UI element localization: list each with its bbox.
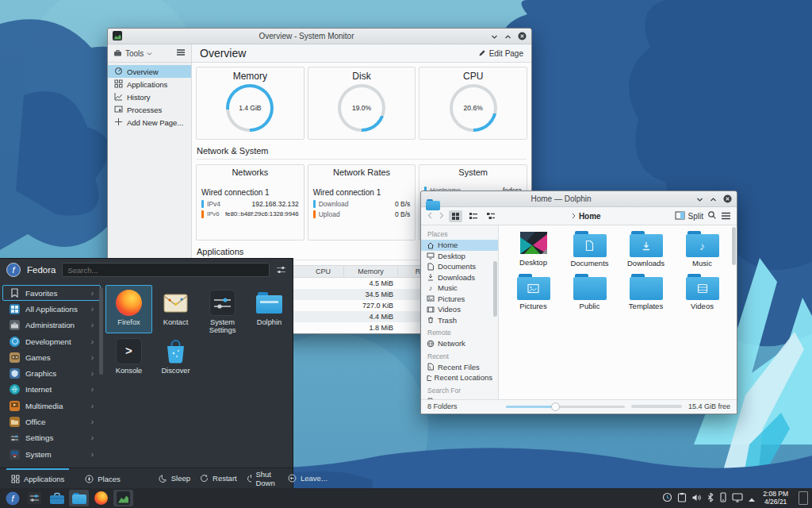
remote-header: Remote <box>421 325 498 338</box>
configure-icon[interactable] <box>276 265 286 275</box>
app-system-settings[interactable]: System Settings <box>199 285 246 333</box>
clipboard-icon[interactable] <box>677 491 687 506</box>
maximize-icon[interactable] <box>710 192 717 206</box>
back-icon[interactable] <box>427 211 434 221</box>
pinned-system-settings[interactable] <box>25 490 44 506</box>
place-pictures[interactable]: Pictures <box>421 294 498 305</box>
app-discover[interactable]: Discover <box>152 333 199 382</box>
system-monitor-titlebar[interactable]: Overview - System Monitor <box>108 29 531 44</box>
launcher-button[interactable]: f <box>2 490 22 506</box>
compact-view-button[interactable] <box>466 210 480 222</box>
hamburger-menu-icon[interactable] <box>176 48 186 58</box>
category-office[interactable]: Office› <box>2 414 101 429</box>
place-network[interactable]: Network <box>421 338 498 349</box>
task-dolphin[interactable] <box>69 490 89 506</box>
processes-icon <box>114 105 123 115</box>
folder-music[interactable]: ♪ Music <box>674 231 730 267</box>
details-view-button[interactable] <box>484 210 497 222</box>
place-recent-locations[interactable]: Recent Locations <box>421 372 498 383</box>
breadcrumb[interactable]: Home <box>501 212 671 221</box>
chart-line-icon <box>114 92 123 102</box>
forward-icon[interactable] <box>438 211 445 221</box>
home-icon <box>427 241 435 249</box>
category-multimedia[interactable]: Multimedia› <box>2 398 101 414</box>
category-system[interactable]: System› <box>2 446 101 462</box>
pinned-toolbox[interactable] <box>47 490 67 506</box>
show-desktop-button[interactable] <box>799 491 808 505</box>
category-internet[interactable]: Internet› <box>2 382 101 398</box>
app-kontact[interactable]: Kontact <box>152 285 199 333</box>
search-input[interactable] <box>62 263 270 277</box>
leave-button[interactable]: Leave... <box>283 474 332 483</box>
category-games[interactable]: Games› <box>2 349 101 365</box>
category-graphics[interactable]: Graphics› <box>2 365 101 381</box>
sleep-button[interactable]: Sleep <box>154 474 195 483</box>
folder-videos[interactable]: Videos <box>674 274 730 310</box>
sidebar-item-history[interactable]: History <box>108 90 191 103</box>
category-settings[interactable]: Settings› <box>2 430 101 446</box>
bluetooth-icon[interactable] <box>707 491 714 506</box>
sidebar-item-add-new-page[interactable]: Add New Page... <box>108 116 191 129</box>
document-icon <box>427 263 435 271</box>
place-trash[interactable]: Trash <box>421 315 498 326</box>
sidebar-item-processes[interactable]: Processes <box>108 103 191 116</box>
category-all-applications[interactable]: All Applications› <box>2 301 101 317</box>
app-dolphin[interactable]: Dolphin <box>246 285 293 333</box>
digital-clock[interactable]: 2:08 PM 4/26/21 <box>763 491 788 506</box>
display-icon[interactable] <box>732 491 743 506</box>
place-recent-files[interactable]: Recent Files <box>421 362 498 373</box>
device-notifier-icon[interactable] <box>719 491 727 506</box>
close-icon[interactable] <box>518 29 527 44</box>
folder-desktop[interactable]: Desktop <box>505 231 561 267</box>
folder-pictures[interactable]: Pictures <box>505 274 561 310</box>
categories-scrollbar[interactable] <box>99 287 103 375</box>
app-firefox[interactable]: Firefox <box>105 285 152 333</box>
place-documents[interactable]: Documents <box>421 261 498 272</box>
category-administration[interactable]: Administration› <box>2 318 101 333</box>
folder-templates[interactable]: Templates <box>618 274 674 310</box>
tray-expand-icon[interactable] <box>748 491 756 506</box>
zoom-slider[interactable] <box>506 406 625 408</box>
search-documents[interactable]: Documents <box>421 396 498 400</box>
places-scrollbar[interactable] <box>493 261 497 317</box>
split-button[interactable]: Split <box>675 211 703 221</box>
edit-page-button[interactable]: Edit Page <box>478 48 523 58</box>
maximize-icon[interactable] <box>504 29 511 44</box>
minimize-icon[interactable] <box>491 29 498 44</box>
sidebar-item-applications[interactable]: Applications <box>108 78 191 90</box>
place-videos[interactable]: Videos <box>421 304 498 315</box>
volume-icon[interactable] <box>691 491 702 506</box>
tab-applications[interactable]: Applications <box>6 468 69 488</box>
tab-places[interactable]: Places <box>80 468 125 488</box>
minimize-icon[interactable] <box>696 192 703 206</box>
dolphin-titlebar[interactable]: Home — Dolphin <box>421 191 737 207</box>
close-icon[interactable] <box>723 192 732 206</box>
folder-public[interactable]: Public <box>561 274 618 310</box>
status-clock-icon[interactable] <box>662 491 672 506</box>
folder-documents[interactable]: Documents <box>561 231 618 267</box>
folder-downloads[interactable]: Downloads <box>618 231 674 267</box>
split-view-icon <box>675 211 685 221</box>
category-development[interactable]: Development› <box>2 333 101 349</box>
hamburger-menu-icon[interactable] <box>721 209 731 223</box>
search-icon[interactable] <box>707 209 717 223</box>
pinned-firefox[interactable] <box>91 490 111 506</box>
category-favorites[interactable]: Favorites› <box>2 285 101 301</box>
folder-count: 8 Folders <box>427 402 458 410</box>
zoom-slider-handle[interactable] <box>551 402 560 411</box>
place-downloads[interactable]: Downloads <box>421 272 498 283</box>
sidebar-item-overview[interactable]: Overview <box>108 65 191 78</box>
restart-button[interactable]: Restart <box>195 474 242 483</box>
all-applications-icon <box>10 304 20 314</box>
place-music[interactable]: ♪Music <box>421 283 498 294</box>
shutdown-button[interactable]: Shut Down <box>242 470 283 487</box>
task-system-monitor[interactable] <box>113 490 133 506</box>
app-konsole[interactable]: > Konsole <box>105 333 152 382</box>
tools-menu[interactable]: Tools <box>125 49 144 58</box>
place-home[interactable]: Home <box>421 240 498 251</box>
icons-view-button[interactable] <box>449 210 462 222</box>
place-desktop[interactable]: Desktop <box>421 251 498 262</box>
desktop: Overview - System Monitor Tools Overview… <box>0 0 812 508</box>
distro-name: Fedora <box>27 265 56 275</box>
folder-view-scrollbar[interactable] <box>732 227 736 265</box>
